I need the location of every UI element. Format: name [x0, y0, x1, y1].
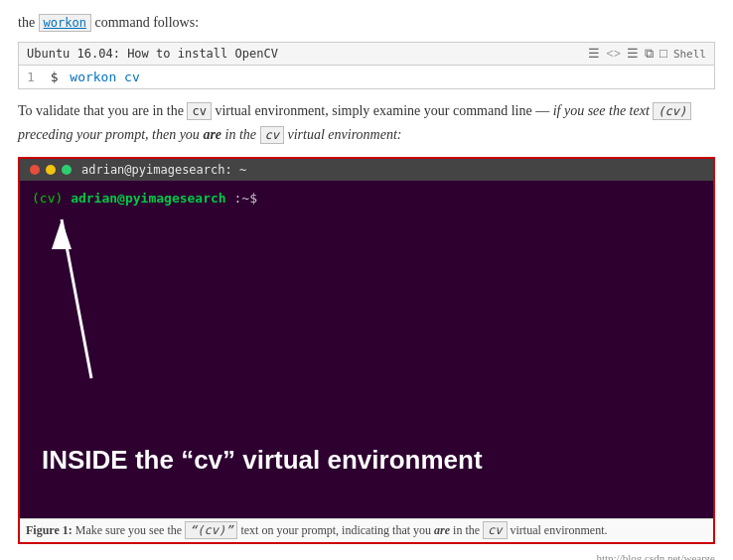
terminal-content-area: INSIDE the “cv” virtual environment [32, 210, 701, 488]
code-box-icons: ☰ <> ☰ ⧉ □ Shell [588, 46, 706, 62]
para-text1: To validate that you are in the [18, 103, 184, 118]
intro-text2: command follows: [94, 15, 199, 30]
validation-paragraph: To validate that you are in the cv virtu… [18, 99, 715, 147]
list-icon[interactable]: ☰ [588, 46, 600, 62]
line-number: 1 [27, 70, 35, 84]
svg-marker-1 [52, 219, 72, 249]
fig-label: Figure 1: [26, 523, 73, 537]
caption-cv-italic: “(cv)” [185, 521, 237, 539]
prompt-suffix: :~$ [234, 191, 257, 206]
prompt-user: adrian@pyimagesearch [71, 191, 226, 206]
cv-code-1: cv [187, 102, 211, 120]
para-text2: virtual environment, simply examine your… [215, 103, 549, 118]
cv-italic-inline: (cv) [653, 102, 691, 120]
caption-cv-code: cv [483, 521, 507, 539]
code-box-title: Ubuntu 16.04: How to install OpenCV [27, 47, 278, 61]
lines-icon[interactable]: ☰ [627, 46, 639, 62]
intro-paragraph: the workon command follows: [18, 12, 715, 34]
code-icon[interactable]: <> [606, 46, 621, 62]
bottom-url: http://blog.csdn.net/wearge [18, 552, 715, 560]
caption-text4: virtual environment. [511, 523, 608, 537]
prompt-env: (cv) [32, 191, 63, 206]
cmd-argument: cv [124, 70, 140, 84]
minimize-dot [46, 165, 56, 175]
figure-caption: Figure 1: Make sure you see the “(cv)” t… [20, 518, 713, 542]
expand-icon[interactable]: □ [660, 46, 667, 62]
terminal-label: INSIDE the “cv” virtual environment [42, 444, 483, 478]
terminal-titlebar: adrian@pyimagesearch: ~ [20, 159, 713, 181]
caption-text2: text on your prompt, indicating that you [240, 523, 431, 537]
terminal-figure: adrian@pyimagesearch: ~ (cv) adrian@pyim… [18, 157, 715, 544]
caption-are: are [434, 523, 450, 537]
dollar-sign: $ [51, 70, 59, 84]
terminal-title: adrian@pyimagesearch: ~ [81, 163, 246, 177]
shell-label: Shell [673, 48, 706, 61]
intro-text1: the [18, 15, 35, 30]
are-bold: are [203, 127, 221, 142]
copy-icon[interactable]: ⧉ [645, 46, 654, 62]
maximize-dot [62, 165, 72, 175]
code-body: 1 $ workon cv [19, 66, 714, 88]
arrow-graphic [32, 210, 151, 388]
terminal-prompt: (cv) adrian@pyimagesearch :~$ [32, 191, 701, 206]
cmd-command: workon [70, 70, 116, 84]
terminal-body: (cv) adrian@pyimagesearch :~$ INSIDE the… [20, 181, 713, 518]
code-box-header: Ubuntu 16.04: How to install OpenCV ☰ <>… [19, 43, 714, 66]
caption-text1: Make sure you see the [75, 523, 182, 537]
code-box: Ubuntu 16.04: How to install OpenCV ☰ <>… [18, 42, 715, 89]
workon-link[interactable]: workon [39, 14, 91, 32]
close-dot [30, 165, 40, 175]
cv-code-2: cv [260, 126, 284, 144]
caption-text3: in the [453, 523, 480, 537]
